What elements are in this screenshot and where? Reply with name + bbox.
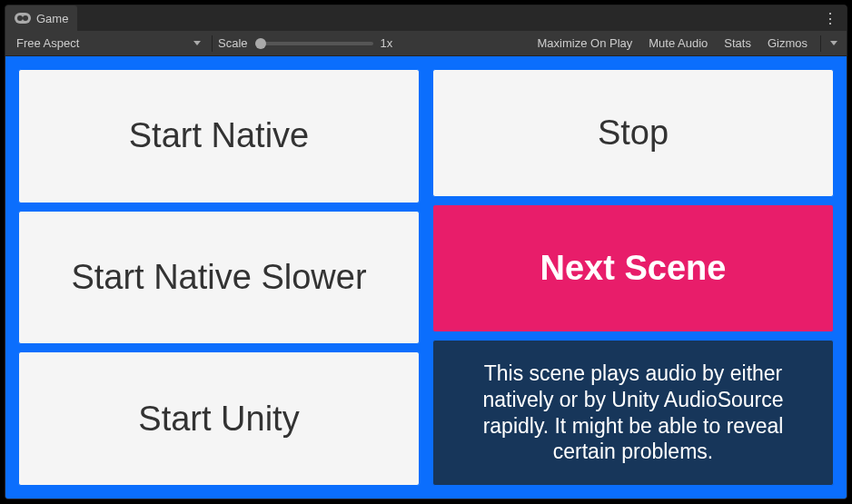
scale-control: Scale 1x	[218, 36, 392, 50]
gizmos-dropdown[interactable]: Gizmos	[760, 34, 815, 54]
right-column: Stop Next Scene This scene plays audio b…	[432, 69, 834, 486]
kebab-menu-icon[interactable]: ⋮	[814, 10, 847, 27]
game-view: Start Native Start Native Slower Start U…	[5, 56, 847, 499]
mute-audio-button[interactable]: Mute Audio	[641, 34, 715, 54]
start-unity-button[interactable]: Start Unity	[18, 351, 420, 486]
left-column: Start Native Start Native Slower Start U…	[18, 69, 420, 486]
scale-label: Scale	[218, 36, 248, 50]
start-native-slower-button[interactable]: Start Native Slower	[18, 211, 420, 345]
stop-button[interactable]: Stop	[432, 69, 834, 197]
scale-slider[interactable]	[255, 42, 373, 45]
gamepad-icon	[15, 13, 31, 24]
chevron-down-icon[interactable]	[830, 41, 837, 45]
stats-button[interactable]: Stats	[717, 34, 758, 54]
gizmos-label: Gizmos	[768, 36, 807, 50]
divider	[212, 35, 213, 52]
divider	[820, 35, 821, 52]
slider-thumb[interactable]	[255, 38, 266, 49]
next-scene-button[interactable]: Next Scene	[432, 204, 834, 332]
scale-value: 1x	[381, 36, 393, 50]
aspect-dropdown[interactable]: Free Aspect	[11, 36, 206, 50]
game-window: Game ⋮ Free Aspect Scale 1x Maximize On …	[5, 5, 847, 499]
maximize-on-play-button[interactable]: Maximize On Play	[530, 34, 640, 54]
info-panel: This scene plays audio by either nativel…	[432, 340, 834, 486]
toolbar: Free Aspect Scale 1x Maximize On Play Mu…	[5, 31, 847, 56]
aspect-label: Free Aspect	[16, 36, 79, 50]
chevron-down-icon	[193, 41, 201, 45]
tab-bar: Game ⋮	[5, 5, 847, 31]
start-native-button[interactable]: Start Native	[18, 69, 420, 203]
tab-game[interactable]: Game	[5, 5, 77, 31]
tab-label: Game	[36, 12, 68, 25]
